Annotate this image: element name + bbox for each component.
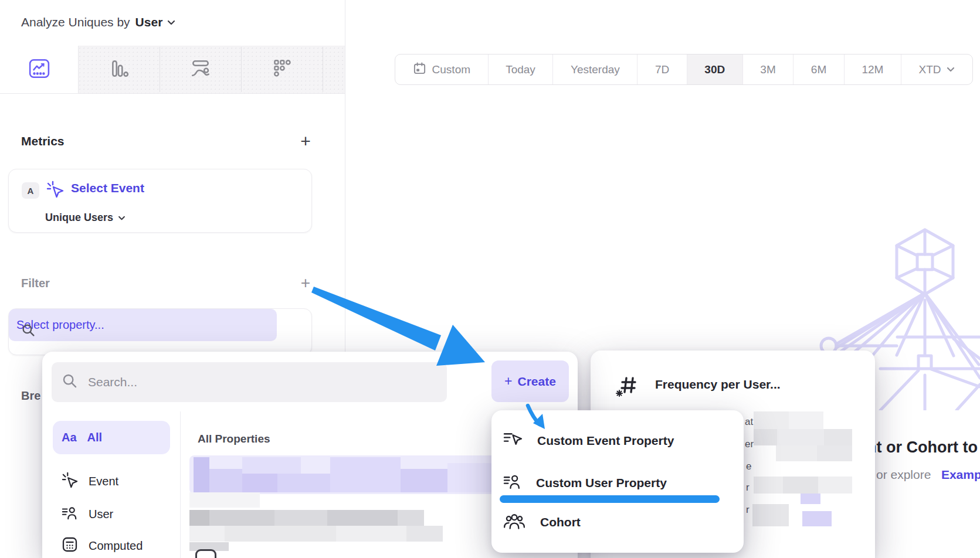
tab-flow[interactable] [160, 46, 241, 93]
flow-icon [190, 59, 211, 81]
redacted-block [783, 477, 818, 494]
select-event-button[interactable]: Select Event [71, 181, 144, 195]
redacted-block [189, 510, 209, 526]
aggregation-dropdown[interactable]: Unique Users [45, 212, 126, 224]
examples-link[interactable]: Examp [941, 468, 980, 481]
cohort-icon [503, 512, 525, 532]
search-input[interactable] [87, 375, 418, 390]
date-custom[interactable]: Custom [395, 55, 488, 84]
entity-value: User [135, 15, 163, 29]
event-property-icon [503, 431, 523, 450]
computed-icon [62, 536, 78, 556]
date-30d[interactable]: 30D [687, 55, 742, 84]
property-row[interactable] [189, 503, 483, 526]
menu-item-label: Cohort [540, 515, 581, 529]
category-label: All [87, 431, 103, 444]
redacted-block [189, 492, 260, 508]
partial-text: r [746, 482, 750, 494]
redacted-block [327, 510, 398, 526]
category-computed[interactable]: Computed [53, 531, 170, 558]
redacted-block [824, 429, 852, 445]
redacted-block [274, 510, 327, 526]
redacted-block [752, 504, 789, 526]
redacted-block [754, 429, 777, 445]
redacted-block [209, 510, 274, 526]
category-user[interactable]: User [53, 499, 170, 529]
metrics-grid-icon [272, 59, 291, 80]
partial-text: at [745, 416, 753, 428]
redacted-block [754, 411, 789, 429]
menu-item-custom-event-property[interactable]: Custom Event Property [503, 431, 674, 450]
redacted-block [776, 445, 817, 461]
date-7d[interactable]: 7D [637, 55, 686, 84]
redacted-block [242, 457, 301, 474]
date-label: 30D [704, 63, 725, 76]
metric-card[interactable]: A Select Event Unique Users [8, 169, 312, 233]
redacted-block [802, 511, 832, 526]
property-search-box[interactable] [52, 362, 447, 402]
insights-report-page: { "app": { "header_prefix": "Analyze Uni… [0, 0, 980, 558]
chevron-down-icon [947, 67, 955, 72]
redacted-block [406, 526, 443, 542]
redacted-block [209, 469, 242, 492]
analyze-label: Analyze Uniques by [21, 15, 130, 29]
select-property-input[interactable]: Select property... [9, 309, 277, 341]
redacted-block [401, 469, 447, 492]
search-icon [62, 373, 77, 391]
date-yesterday[interactable]: Yesterday [552, 55, 637, 84]
redacted-block [330, 457, 401, 492]
menu-item-custom-user-property[interactable]: Custom User Property [503, 474, 667, 492]
tab-metrics-grid[interactable] [241, 46, 345, 93]
create-button[interactable]: + Create [491, 360, 569, 402]
user-lines-icon [62, 505, 78, 523]
date-label: 3M [760, 63, 775, 76]
menu-item-label: Custom User Property [536, 476, 667, 490]
create-label: Create [518, 375, 556, 389]
date-today[interactable]: Today [488, 55, 553, 84]
date-xtd[interactable]: XTD [901, 55, 972, 84]
redacted-block [789, 411, 823, 429]
date-3m[interactable]: 3M [742, 55, 794, 84]
empty-state-subtext: or explore Examp [876, 468, 980, 482]
date-label: 7D [655, 63, 669, 76]
date-range-selector: Custom Today Yesterday 7D 30D 3M 6M 12M … [395, 54, 973, 85]
menu-item-label: Custom Event Property [537, 434, 674, 448]
line-chart-icon [29, 59, 50, 81]
aggregation-value: Unique Users [45, 212, 113, 224]
add-filter-button[interactable]: + [297, 274, 314, 292]
redacted-block [336, 526, 406, 542]
date-label: Today [506, 63, 535, 76]
redacted-block [194, 457, 209, 492]
category-label: Computed [89, 539, 143, 553]
date-label: Custom [432, 63, 470, 76]
event-spark-icon [46, 181, 64, 200]
user-property-icon [503, 474, 521, 492]
metrics-section-title: Metrics [21, 134, 65, 148]
partial-text: e [746, 461, 751, 472]
calendar-icon [413, 62, 426, 78]
chevron-down-icon [118, 216, 126, 220]
redacted-block [277, 474, 330, 492]
analyze-entity-dropdown[interactable]: User [135, 15, 176, 29]
redacted-block [818, 477, 852, 494]
date-12m[interactable]: 12M [844, 55, 901, 84]
redacted-block [242, 474, 277, 492]
filter-row-card: Select property... [8, 308, 312, 355]
annotation-underline [500, 495, 720, 503]
category-all[interactable]: Aa All [53, 421, 170, 454]
add-metric-button[interactable]: + [297, 132, 314, 150]
date-6m[interactable]: 6M [793, 55, 844, 84]
chevron-down-icon [167, 20, 175, 25]
property-row[interactable] [189, 526, 483, 543]
menu-item-cohort[interactable]: Cohort [503, 512, 581, 532]
big-arrow-shaft [311, 287, 441, 351]
category-label: Event [89, 475, 118, 488]
redacted-block [817, 445, 852, 461]
redacted-block [398, 510, 424, 526]
tab-bar-chart[interactable] [78, 46, 160, 93]
create-menu: Custom Event Property Custom User Proper… [491, 410, 744, 553]
computed-icon [195, 549, 216, 558]
tab-line-chart[interactable] [0, 46, 79, 93]
partial-text: r [746, 504, 750, 516]
category-event[interactable]: Event [53, 467, 170, 496]
